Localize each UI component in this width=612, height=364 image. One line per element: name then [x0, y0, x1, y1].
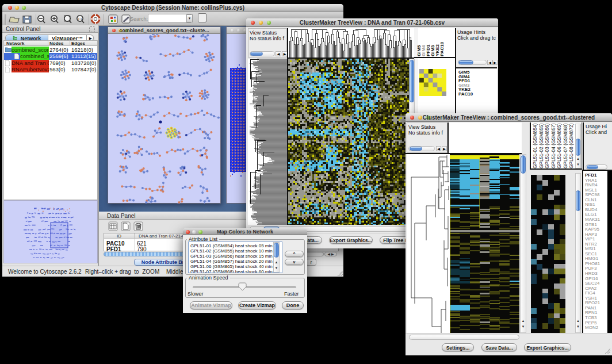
svg-text:1:1: 1:1 — [78, 17, 82, 21]
svg-text:GPL51-01 (GSM854): GPL51-01 (GSM854) — [532, 123, 538, 168]
svg-text:GPL51-08 (GSM872): GPL51-08 (GSM872) — [568, 123, 574, 168]
svg-text:GPL51-03 (GSM856): GPL51-03 (GSM856) — [544, 123, 550, 168]
svg-text:PAC10: PAC10 — [439, 41, 445, 56]
svg-text:GPL51-06 (GSM865): GPL51-06 (GSM865) — [556, 123, 562, 168]
svg-text:GPL51-04 (GSM857): GPL51-04 (GSM857) — [550, 123, 556, 168]
svg-text:GPL51-02 (GSM855): GPL51-02 (GSM855) — [538, 123, 544, 168]
svg-text:GPL51-07 (GSM868): GPL51-07 (GSM868) — [563, 123, 568, 168]
